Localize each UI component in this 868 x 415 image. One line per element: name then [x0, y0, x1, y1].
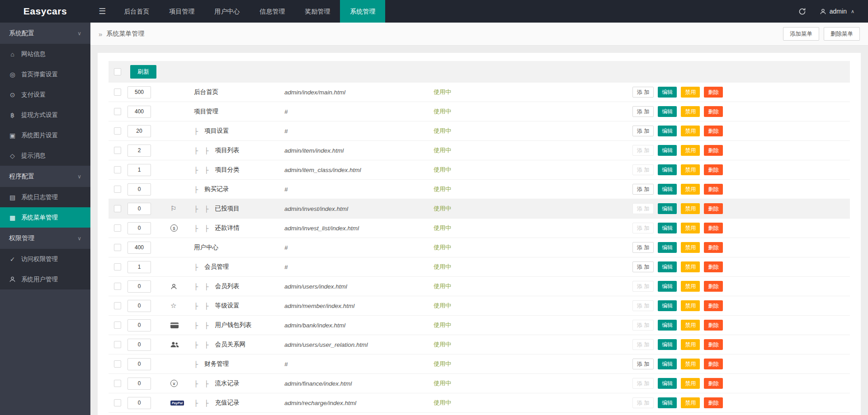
sidebar-item[interactable]: 系统用户管理: [0, 269, 90, 289]
disable-button[interactable]: 禁用: [681, 184, 700, 195]
topnav-item[interactable]: 奖励管理: [295, 0, 340, 23]
edit-button[interactable]: 编辑: [658, 184, 677, 195]
delete-button[interactable]: 删除: [704, 184, 723, 195]
sort-input[interactable]: [127, 125, 151, 137]
add-button[interactable]: 添 加: [632, 223, 654, 233]
add-button[interactable]: 添 加: [632, 242, 654, 253]
sort-input[interactable]: [127, 378, 151, 390]
delete-button[interactable]: 删除: [704, 223, 723, 233]
sort-input[interactable]: [127, 106, 151, 118]
disable-button[interactable]: 禁用: [681, 164, 700, 175]
add-button[interactable]: 添 加: [632, 145, 654, 156]
add-button[interactable]: 添 加: [632, 106, 654, 117]
disable-button[interactable]: 禁用: [681, 320, 700, 331]
add-button[interactable]: 添 加: [632, 164, 654, 175]
delete-button[interactable]: 删除: [704, 320, 723, 331]
delete-button[interactable]: 删除: [704, 242, 723, 253]
add-button[interactable]: 添 加: [632, 184, 654, 195]
edit-button[interactable]: 编辑: [658, 106, 677, 117]
row-checkbox[interactable]: [114, 263, 121, 270]
sort-input[interactable]: [127, 397, 151, 409]
sort-input[interactable]: [127, 319, 151, 331]
row-checkbox[interactable]: [114, 108, 121, 115]
delete-button[interactable]: 删除: [704, 378, 723, 389]
sort-input[interactable]: [127, 280, 151, 293]
disable-button[interactable]: 禁用: [681, 261, 700, 272]
refresh-icon[interactable]: [798, 8, 806, 15]
topnav-item[interactable]: 信息管理: [250, 0, 295, 23]
sort-input[interactable]: [127, 242, 151, 254]
row-checkbox[interactable]: [114, 341, 121, 348]
edit-button[interactable]: 编辑: [658, 281, 677, 292]
row-checkbox[interactable]: [114, 322, 121, 329]
sidebar-item[interactable]: ⊙支付设置: [0, 84, 90, 105]
sort-input[interactable]: [127, 300, 151, 312]
refresh-button[interactable]: 刷新: [130, 65, 156, 79]
sidebar-item[interactable]: ◎首页弹窗设置: [0, 64, 90, 84]
delete-menu-button[interactable]: 删除菜单: [824, 27, 860, 41]
edit-button[interactable]: 编辑: [658, 223, 677, 233]
row-checkbox[interactable]: [114, 399, 121, 406]
disable-button[interactable]: 禁用: [681, 359, 700, 369]
add-button[interactable]: 添 加: [632, 261, 654, 272]
sort-input[interactable]: [127, 203, 151, 215]
delete-button[interactable]: 删除: [704, 359, 723, 369]
row-checkbox[interactable]: [114, 205, 121, 212]
row-checkbox[interactable]: [114, 360, 121, 368]
sidebar-item[interactable]: ◇提示消息: [0, 145, 90, 166]
add-button[interactable]: 添 加: [632, 320, 654, 331]
add-button[interactable]: 添 加: [632, 378, 654, 389]
disable-button[interactable]: 禁用: [681, 223, 700, 233]
disable-button[interactable]: 禁用: [681, 378, 700, 389]
disable-button[interactable]: 禁用: [681, 203, 700, 214]
add-button[interactable]: 添 加: [632, 359, 654, 369]
delete-button[interactable]: 删除: [704, 164, 723, 175]
edit-button[interactable]: 编辑: [658, 87, 677, 98]
delete-button[interactable]: 删除: [704, 126, 723, 136]
sort-input[interactable]: [127, 222, 151, 234]
edit-button[interactable]: 编辑: [658, 320, 677, 331]
add-button[interactable]: 添 加: [632, 203, 654, 214]
sidebar-group-header[interactable]: 权限管理∨: [0, 228, 90, 249]
add-button[interactable]: 添 加: [632, 281, 654, 292]
disable-button[interactable]: 禁用: [681, 281, 700, 292]
add-button[interactable]: 添 加: [632, 397, 654, 408]
row-checkbox[interactable]: [114, 89, 121, 96]
delete-button[interactable]: 删除: [704, 87, 723, 98]
row-checkbox[interactable]: [114, 147, 121, 154]
delete-button[interactable]: 删除: [704, 145, 723, 156]
sort-input[interactable]: [127, 183, 151, 196]
sidebar-item[interactable]: ✓访问权限管理: [0, 249, 90, 269]
topnav-item[interactable]: 用户中心: [204, 0, 250, 23]
sidebar-item[interactable]: ▤系统日志管理: [0, 187, 90, 207]
delete-button[interactable]: 删除: [704, 106, 723, 117]
edit-button[interactable]: 编辑: [658, 203, 677, 214]
delete-button[interactable]: 删除: [704, 281, 723, 292]
delete-button[interactable]: 删除: [704, 397, 723, 408]
row-checkbox[interactable]: [114, 302, 121, 309]
edit-button[interactable]: 编辑: [658, 339, 677, 350]
row-checkbox[interactable]: [114, 127, 121, 135]
disable-button[interactable]: 禁用: [681, 126, 700, 136]
row-checkbox[interactable]: [114, 244, 121, 251]
sidebar-item[interactable]: ▦系统菜单管理: [0, 207, 90, 228]
sidebar-item[interactable]: ฿提现方式设置: [0, 105, 90, 125]
disable-button[interactable]: 禁用: [681, 87, 700, 98]
row-checkbox[interactable]: [114, 380, 121, 387]
sidebar-group-header[interactable]: 系统配置∨: [0, 23, 90, 44]
delete-button[interactable]: 删除: [704, 261, 723, 272]
sort-input[interactable]: [127, 261, 151, 273]
edit-button[interactable]: 编辑: [658, 397, 677, 408]
edit-button[interactable]: 编辑: [658, 126, 677, 136]
sort-input[interactable]: [127, 86, 151, 98]
topnav-item[interactable]: 项目管理: [159, 0, 204, 23]
row-checkbox[interactable]: [114, 166, 121, 173]
edit-button[interactable]: 编辑: [658, 261, 677, 272]
add-button[interactable]: 添 加: [632, 126, 654, 136]
disable-button[interactable]: 禁用: [681, 145, 700, 156]
sort-input[interactable]: [127, 164, 151, 176]
edit-button[interactable]: 编辑: [658, 164, 677, 175]
add-button[interactable]: 添 加: [632, 300, 654, 311]
edit-button[interactable]: 编辑: [658, 300, 677, 311]
row-checkbox[interactable]: [114, 224, 121, 232]
